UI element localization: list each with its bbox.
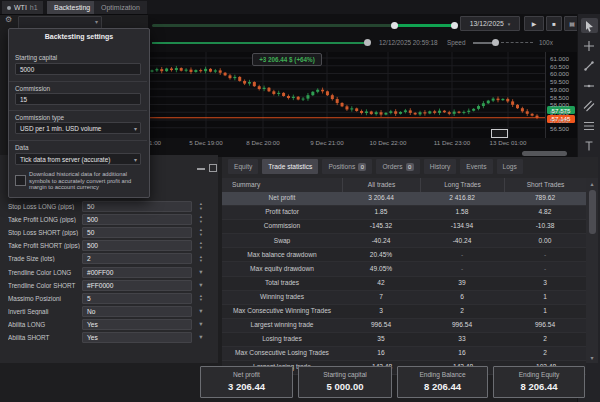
time-tick: 9 Dec 21:00 (310, 139, 343, 146)
stepper-icon[interactable]: ▴▾ (192, 294, 210, 303)
stepper-icon[interactable]: ▴▾ (192, 202, 210, 211)
scroll-down-icon[interactable]: ▾ (586, 354, 598, 361)
chevron-down-icon[interactable]: ▾ (192, 334, 210, 341)
parameter-value-input[interactable]: 500 (82, 240, 192, 251)
stat-value: 4.82 (504, 209, 586, 216)
stats-row[interactable]: Max Consecutive Winning Trades321 (222, 305, 586, 319)
price-chart[interactable] (148, 52, 545, 138)
expand-panel-icon[interactable] (209, 164, 217, 172)
stop-button[interactable]: ■ (546, 16, 562, 31)
stats-row[interactable]: Largest winning trade996.54996.54996.54 (222, 319, 586, 333)
summary-value: 3 206.44 (201, 381, 292, 392)
gear-icon[interactable]: ⚙ (5, 15, 12, 24)
scroll-up-icon[interactable]: ▴ (586, 180, 598, 187)
tab-label: Events (466, 163, 486, 170)
text-icon[interactable] (581, 138, 598, 153)
tab-orders[interactable]: Orders0 (376, 159, 419, 174)
stats-row[interactable]: Max balance drawdown20.45%-- (222, 248, 586, 262)
tab-events[interactable]: Events (460, 159, 492, 174)
stats-row[interactable]: Max equity drawdown49.05%-- (222, 262, 586, 276)
commission-type-select[interactable]: USD per 1 mln. USD volume ▾ (15, 122, 141, 134)
parameter-value-input[interactable]: #00FF00 (82, 267, 192, 278)
speed-slider[interactable] (473, 42, 494, 44)
chevron-down-icon[interactable]: ▾ (192, 321, 210, 328)
stats-row[interactable]: Winning trades761 (222, 291, 586, 305)
scrollbar-thumb[interactable] (589, 190, 596, 234)
starting-capital-input[interactable]: 5000 (15, 63, 141, 75)
parameter-row: Trendline Color LONG#00FF00▾ (0, 265, 218, 278)
fibonacci-retracement-icon[interactable] (581, 118, 598, 133)
equidistant-channel-icon[interactable] (581, 98, 598, 113)
stat-value: -134.94 (420, 223, 504, 230)
price-tick: 58.000 (550, 101, 569, 108)
parameter-value-input[interactable]: #FF0000 (82, 280, 192, 291)
parameter-value-input[interactable]: 500 (82, 214, 192, 225)
download-data-checkbox[interactable] (15, 175, 26, 186)
stepper-icon[interactable]: ▴▾ (192, 255, 210, 264)
tab-optimization-label: Optimization (101, 4, 140, 11)
stat-value: 49.05% (342, 266, 420, 273)
range-start-handle[interactable] (391, 22, 398, 29)
parameter-row: Stop Loss LONG (pips)50▴▾ (0, 200, 218, 213)
stat-value: 39 (420, 280, 504, 287)
parameter-value-input[interactable]: Yes (82, 332, 192, 343)
tab-equity[interactable]: Equity (228, 159, 258, 174)
chevron-down-icon[interactable]: ▾ (192, 308, 210, 315)
parameter-value-input[interactable]: 5 (82, 293, 192, 304)
stats-row[interactable]: Net profit3 206.442 416.82789.62 (222, 192, 586, 206)
parameter-label: Take Profit SHORT (pips) (8, 242, 82, 249)
stats-row[interactable]: Losing trades35332 (222, 333, 586, 347)
parameter-value-input[interactable]: 2 (82, 253, 192, 264)
tab-history[interactable]: History (424, 159, 457, 174)
tab-chart-wti[interactable]: WTI h1 (2, 1, 43, 14)
stepper-icon[interactable]: ▴▾ (192, 215, 210, 224)
stats-row[interactable]: Total trades42393 (222, 277, 586, 291)
price-tick: 59.500 (550, 78, 569, 85)
crosshair-icon[interactable] (581, 38, 598, 53)
speed-label: Speed (447, 39, 465, 46)
tab-backtesting[interactable]: Backtesting (47, 1, 97, 14)
stats-row[interactable]: Max Consecutive Losing Trades16162 (222, 347, 586, 361)
tab-positions[interactable]: Positions0 (322, 159, 372, 174)
stats-scrollbar[interactable]: ▴ ▾ (586, 178, 598, 363)
starting-capital-value: 5000 (20, 66, 34, 73)
timeframe-label: h1 (30, 4, 38, 11)
report-button[interactable]: ▤ (564, 16, 577, 31)
parameter-value-input[interactable]: 50 (82, 227, 192, 238)
stop-icon: ■ (552, 21, 556, 27)
stat-label: Largest winning trade (222, 322, 342, 329)
trend-line-icon[interactable] (581, 58, 598, 73)
minimize-panel-icon[interactable] (197, 168, 205, 170)
chevron-down-icon[interactable]: ▾ (192, 269, 210, 276)
range-end-handle[interactable] (451, 22, 458, 29)
parameter-value-input[interactable]: Yes (82, 319, 192, 330)
stats-row[interactable]: Commission-145.32-134.94-10.38 (222, 220, 586, 234)
count-badge: 0 (406, 163, 414, 171)
cursor-icon[interactable] (581, 18, 598, 33)
speed-handle[interactable] (492, 39, 499, 46)
stepper-icon[interactable]: ▴▾ (192, 241, 210, 250)
playback-position-handle[interactable] (364, 39, 371, 46)
summary-box-ending-equity: Ending Equity8 206.44 (493, 366, 585, 398)
stats-row[interactable]: Swap-40.24-40.240.00 (222, 234, 586, 248)
tab-optimization[interactable]: Optimization (94, 1, 147, 14)
chevron-down-icon: ▾ (134, 125, 137, 132)
backtest-range-fill (395, 24, 455, 27)
stats-row[interactable]: Profit factor1.851.584.82 (222, 206, 586, 220)
stat-value: 3 (504, 280, 586, 287)
parameter-label: Take Profit LONG (pips) (8, 216, 82, 223)
data-source-select[interactable]: Tick data from server (accurate) ▾ (15, 153, 141, 165)
play-button[interactable]: ▶ (524, 16, 544, 31)
price-axis: 57.575 57.145 61.00060.50060.00059.50059… (545, 52, 577, 138)
parameter-value-input[interactable]: No (82, 306, 192, 317)
chart-horizontal-scrollbar[interactable] (522, 151, 567, 156)
playback-progress[interactable] (152, 42, 368, 44)
tab-logs[interactable]: Logs (497, 159, 523, 174)
end-date-dropdown[interactable]: 13/12/2025 ▾ (460, 16, 520, 31)
stepper-icon[interactable]: ▴▾ (192, 228, 210, 237)
commission-input[interactable]: 15 (15, 93, 141, 105)
parameter-value-input[interactable]: 50 (82, 201, 192, 212)
horizontal-line-icon[interactable] (581, 78, 598, 93)
tab-trade-statistics[interactable]: Trade statistics (262, 159, 318, 174)
chevron-down-icon[interactable]: ▾ (192, 282, 210, 289)
